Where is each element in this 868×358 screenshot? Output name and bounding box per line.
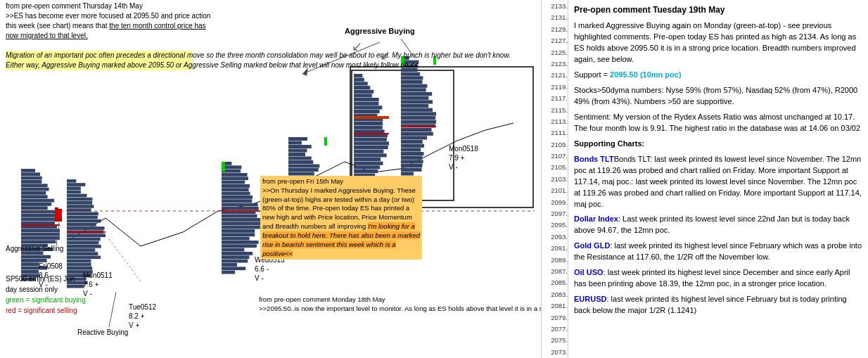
- supporting-charts-header: Supporting Charts:: [574, 139, 862, 150]
- paragraph-stocks: Stocks>50dyma numbers: Nyse 59% (from 57…: [574, 85, 862, 108]
- pre-open-mon18-annotation: from pre-open comment Monday 18th May >>…: [259, 295, 421, 314]
- chart-legend: SP500 emini (ES) Jun day session only gr…: [6, 274, 86, 316]
- paragraph-oil: Oil USO: last week printed its highest l…: [574, 267, 862, 290]
- aggressive-buying-label: Aggressive Buying: [345, 27, 415, 35]
- commentary-panel: Pre-open comment Tuesday 19th May I mark…: [568, 0, 868, 358]
- paragraph-dollar: Dollar Index: Last week printed its lowe…: [574, 214, 862, 236]
- support-level: 2095.50 (10mn poc): [610, 70, 682, 79]
- price-scale: 2133.2131.2129.2127.2125. 2123.2121.2119…: [542, 0, 568, 358]
- migration-annotation: Migration of an important poc often prec…: [6, 51, 192, 70]
- reactive-buying-label: Reactive Buying: [77, 328, 128, 336]
- aggressive-selling-label: Aggressive Selling: [6, 245, 63, 252]
- pre-open-fri15-annotation: from pre-open Fri 15th May >>On Thursday…: [260, 176, 422, 260]
- pre-open-thu14-annotation: from pre-open comment Thursday 14th May …: [6, 1, 196, 41]
- paragraph-eurusd: EURUSD: last week printed its highest le…: [574, 294, 862, 317]
- paragraph-sentiment: Sentiment: My version of the Rydex Asset…: [574, 112, 862, 134]
- paragraph-1: I marked Aggressive Buying again on Mond…: [574, 20, 862, 65]
- paragraph-gold: Gold GLD: last week printed its highest …: [574, 241, 862, 263]
- chart-panel: from pre-open comment Thursday 14th May …: [0, 0, 542, 358]
- right-section: 2133.2131.2129.2127.2125. 2123.2121.2119…: [542, 0, 868, 358]
- bar-label-mon0518: Mon0518 7.9 + V -: [449, 144, 478, 172]
- paragraph-support: Support = 2095.50 (10mn poc): [574, 70, 862, 81]
- bar-label-mon0511: Mon0511 7.6 + V -: [83, 271, 113, 298]
- paragraph-bonds: Bonds TLTBonds TLT: last week printed it…: [574, 154, 862, 210]
- arrow-down-2: ↙: [380, 48, 390, 63]
- panel-title: Pre-open comment Tuesday 19th May: [574, 4, 862, 16]
- bar-label-tue0512: Tue0512 8.2 + V +: [129, 302, 156, 330]
- arrow-down-1: ↙: [352, 39, 362, 54]
